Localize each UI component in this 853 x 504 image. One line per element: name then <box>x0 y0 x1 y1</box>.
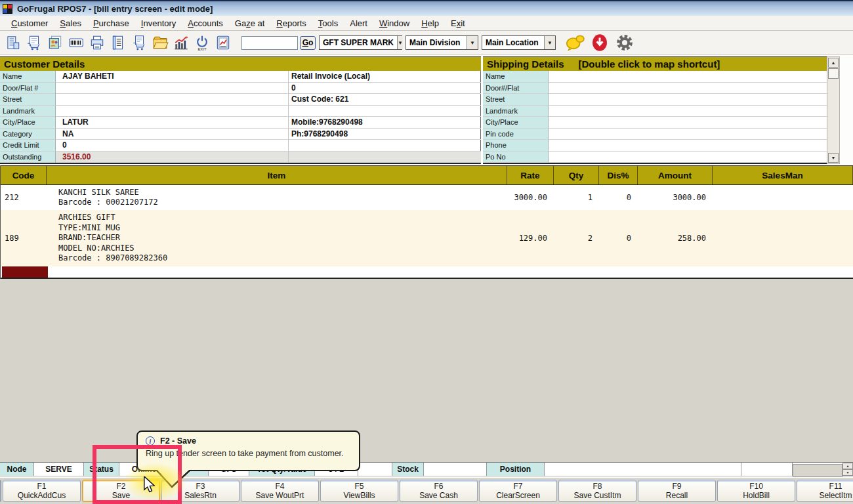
purchase-cart-icon[interactable] <box>130 33 148 52</box>
menu-inventory[interactable]: Inventory <box>135 17 182 30</box>
menu-gaze-at[interactable]: Gaze at <box>229 17 271 30</box>
download-icon[interactable] <box>589 33 611 52</box>
fkey-f5-button[interactable]: F5ViewBills <box>320 480 398 502</box>
fkey-f4-button[interactable]: F4Save WoutPrt <box>241 480 319 502</box>
shipping-field-label: City/Place <box>483 117 549 129</box>
shipping-field-value[interactable] <box>549 83 827 94</box>
report-doc-icon[interactable] <box>214 33 232 52</box>
fkey-stub-button[interactable] <box>0 480 1 502</box>
fkey-f8-button[interactable]: F8Save CustItm <box>558 480 636 502</box>
fkey-f10-button[interactable]: F10HoldBill <box>717 480 795 502</box>
customer-field-label: Street <box>0 94 56 106</box>
folder-open-icon[interactable] <box>151 33 169 52</box>
search-input[interactable] <box>241 36 298 50</box>
column-header-qty: Qty <box>554 166 599 184</box>
menu-exit[interactable]: Exit <box>445 17 471 30</box>
customer-field-value[interactable]: NA <box>56 129 289 140</box>
shipping-field-value[interactable] <box>549 106 827 117</box>
customer-field-value[interactable]: LATUR <box>56 117 289 129</box>
panel-right-gutter <box>841 56 853 164</box>
chevron-down-icon[interactable]: ▼ <box>544 36 555 49</box>
store-select[interactable]: GFT SUPER MARK ▼ <box>319 35 402 50</box>
shipping-field-label: Pin code <box>483 129 549 140</box>
menu-tools[interactable]: Tools <box>312 17 344 30</box>
menu-customer[interactable]: Customer <box>5 17 54 30</box>
shipping-scrollbar[interactable]: ▲ ▼ <box>827 56 840 164</box>
app-logo-icon <box>3 4 12 14</box>
customer-field-value[interactable]: 3516.00 <box>56 152 289 163</box>
menu-sales[interactable]: Sales <box>54 17 87 30</box>
shipping-field-value[interactable] <box>549 117 827 129</box>
customer-field-value2[interactable]: Ph:9768290498 <box>289 129 481 140</box>
customer-field-label: Outstanding <box>0 152 56 163</box>
customer-field-value2[interactable] <box>289 106 481 117</box>
status-spinner[interactable]: ▲▼ <box>843 463 853 476</box>
customer-field-value[interactable] <box>56 94 289 106</box>
customer-field-value[interactable]: 0 <box>56 140 289 152</box>
menu-accounts[interactable]: Accounts <box>182 17 228 30</box>
scroll-down-icon[interactable]: ▼ <box>828 153 839 163</box>
bill-list-icon[interactable] <box>109 33 127 52</box>
exit-power-icon[interactable]: EXIT <box>193 33 211 52</box>
fkey-f7-button[interactable]: F7ClearScreen <box>479 480 557 502</box>
fkey-label: QuickAddCus <box>18 491 66 501</box>
status-cell <box>545 463 741 476</box>
menu-help[interactable]: Help <box>415 17 445 30</box>
shipping-field-value[interactable] <box>549 71 827 83</box>
column-header-rate: Rate <box>507 166 554 184</box>
fkey-label: ViewBills <box>344 491 375 501</box>
spinner-up-icon[interactable]: ▲ <box>843 463 853 469</box>
customer-field-value[interactable] <box>56 106 289 117</box>
fkey-label: Save WoutPrt <box>256 491 304 501</box>
shipping-field-value[interactable] <box>549 140 827 152</box>
menu-purchase[interactable]: Purchase <box>87 17 135 30</box>
chevron-down-icon[interactable]: ▼ <box>397 36 403 49</box>
billing-icon[interactable] <box>4 33 22 52</box>
scrollbar-thumb[interactable] <box>828 68 839 79</box>
toolbar: EXIT Go GFT SUPER MARK ▼ Main Division ▼… <box>0 31 853 55</box>
sales-cart-icon[interactable] <box>25 33 43 52</box>
fkey-f9-button[interactable]: F9Recall <box>638 480 716 502</box>
fkey-number: F9 <box>672 482 681 491</box>
shipping-details-subtitle: [Double click to map shortcut] <box>579 58 720 70</box>
shipping-field-label: Door#/Flat <box>483 83 549 94</box>
item-amount-cell: 3000.00 <box>638 185 713 210</box>
printer-icon[interactable] <box>88 33 106 52</box>
sales-chart-icon[interactable] <box>172 33 190 52</box>
table-row[interactable]: 189ARCHIES GIFTTYPE:MINI MUGBRAND:TEACHE… <box>1 210 853 266</box>
scroll-up-icon[interactable]: ▲ <box>828 58 839 68</box>
location-select[interactable]: Main Location ▼ <box>482 35 556 50</box>
menu-window[interactable]: Window <box>373 17 415 30</box>
table-row[interactable]: 212KANCHI SILK SAREEBarcode : 0002120717… <box>1 185 853 210</box>
fkey-f11-button[interactable]: F11SelectItm <box>797 480 853 502</box>
shipping-field-value[interactable] <box>549 129 827 140</box>
fkey-f1-button[interactable]: F1QuickAddCus <box>3 480 81 502</box>
gear-icon[interactable] <box>614 33 636 52</box>
chevron-down-icon[interactable]: ▼ <box>467 36 478 49</box>
customer-field-value2[interactable]: Cust Code: 621 <box>289 94 481 106</box>
status-node: Node <box>0 463 34 476</box>
customer-field-value2[interactable] <box>289 152 481 163</box>
customer-field-value[interactable]: AJAY BAHETI <box>56 71 289 83</box>
mouse-cursor <box>143 476 157 496</box>
division-select[interactable]: Main Division ▼ <box>406 35 478 50</box>
chat-icon[interactable] <box>564 33 586 52</box>
menu-alert[interactable]: Alert <box>344 17 373 30</box>
customer-field-value[interactable] <box>56 83 289 94</box>
shipping-field-value[interactable] <box>549 152 827 163</box>
menu-reports[interactable]: Reports <box>270 17 312 30</box>
fkey-f6-button[interactable]: F6Save Cash <box>400 480 478 502</box>
fkey-number: F4 <box>275 482 284 491</box>
barcode-icon[interactable] <box>67 33 85 52</box>
item-code-cell: 189 <box>1 210 47 266</box>
customer-field-value2[interactable]: 0 <box>289 83 481 94</box>
customer-photos-icon[interactable] <box>46 33 64 52</box>
spinner-down-icon[interactable]: ▼ <box>843 469 853 476</box>
shipping-field-value[interactable] <box>549 94 827 106</box>
go-button[interactable]: Go <box>300 36 316 50</box>
customer-field-value2[interactable]: Retail Invoice (Local) <box>289 71 481 83</box>
next-row-code-highlight <box>2 266 48 278</box>
customer-field-value2[interactable]: Mobile:9768290498 <box>289 117 481 129</box>
customer-field-value2[interactable] <box>289 140 481 152</box>
item-discount-cell: 0 <box>599 185 638 210</box>
